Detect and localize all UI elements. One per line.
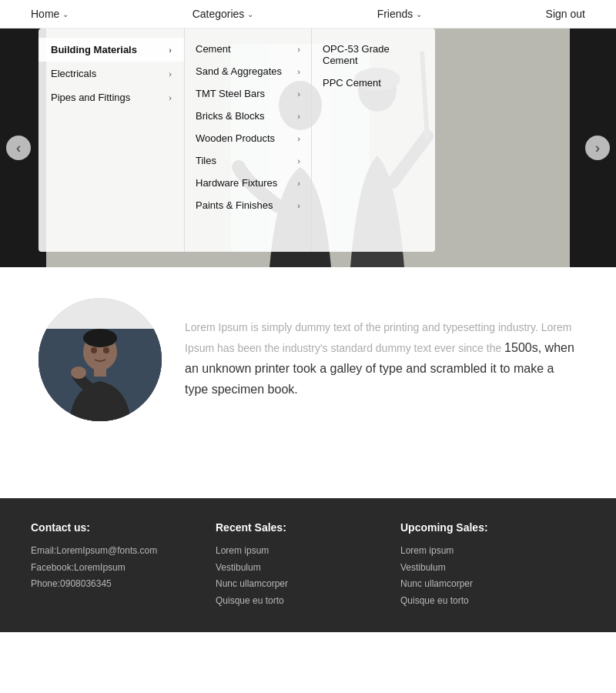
sidebar-item-electricals[interactable]: Electricals › [38, 62, 184, 85]
sidebar-item-building-materials[interactable]: Building Materials › [38, 38, 184, 62]
submenu-cement[interactable]: Cement › [185, 38, 311, 60]
footer-recent-sales: Recent Sales: Lorem ipsum Vestibulum Nun… [216, 521, 400, 609]
sidebar-item-pipes-fittings[interactable]: Pipes and Fittings › [38, 85, 184, 109]
building-materials-arrow-icon: › [169, 45, 172, 55]
submenu-tmt-steel[interactable]: TMT Steel Bars › [185, 82, 311, 105]
recent-item-0[interactable]: Lorem ipsum [216, 543, 400, 560]
submenu-hardware-fixtures[interactable]: Hardware Fixtures › [185, 172, 311, 194]
nav-signout[interactable]: Sign out [546, 8, 585, 20]
subcategory-col2: Cement › Sand & Aggregates › TMT Steel B… [185, 28, 312, 252]
cement-arrow-icon: › [297, 45, 300, 54]
recent-item-2[interactable]: Nunc ullamcorper [216, 576, 400, 593]
submenu-wooden-products[interactable]: Wooden Products › [185, 127, 311, 149]
dropdown-menu: Building Materials › Electricals › Pipes… [38, 28, 435, 252]
paints-finishes-arrow-icon: › [297, 201, 300, 210]
svg-point-14 [91, 347, 97, 353]
pipes-fittings-label: Pipes and Fittings [51, 92, 130, 103]
sand-aggregates-label: Sand & Aggregates [196, 65, 282, 77]
submenu-tiles[interactable]: Tiles › [185, 149, 311, 172]
nav-friends-label: Friends [377, 8, 413, 20]
carousel-prev-button[interactable]: ‹ [6, 136, 31, 160]
hardware-fixtures-arrow-icon: › [297, 179, 300, 188]
lorem-text-block: Lorem Ipsum is simply dummy text of the … [185, 319, 578, 400]
wooden-products-label: Wooden Products [196, 132, 275, 144]
recent-item-1[interactable]: Vestibulum [216, 560, 400, 577]
footer-contact: Contact us: Email:LoremIpsum@fonts.com F… [31, 521, 216, 609]
sand-aggregates-arrow-icon: › [297, 67, 300, 76]
submenu-bricks-blocks[interactable]: Bricks & Blocks › [185, 105, 311, 127]
footer-recent-title: Recent Sales: [216, 521, 400, 534]
building-materials-label: Building Materials [51, 44, 137, 55]
upcoming-item-2[interactable]: Nunc ullamcorper [400, 576, 585, 593]
pipes-fittings-arrow-icon: › [169, 93, 172, 102]
submenu-sand-aggregates[interactable]: Sand & Aggregates › [185, 60, 311, 82]
svg-point-15 [103, 347, 109, 353]
svg-point-13 [71, 367, 86, 379]
tmt-steel-label: TMT Steel Bars [196, 88, 265, 99]
footer-email: Email:LoremIpsum@fonts.com [31, 543, 216, 560]
content-section: Lorem Ipsum is simply dummy text of the … [0, 267, 616, 452]
recent-item-3[interactable]: Quisque eu torto [216, 593, 400, 610]
tiles-arrow-icon: › [297, 156, 300, 166]
nav-home-label: Home [31, 8, 59, 20]
upcoming-item-3[interactable]: Quisque eu torto [400, 593, 585, 610]
nav-friends[interactable]: Friends ⌄ [377, 8, 423, 20]
submenu-paints-finishes[interactable]: Paints & Finishes › [185, 194, 311, 216]
categories-chevron-icon: ⌄ [247, 10, 253, 18]
footer-contact-title: Contact us: [31, 521, 216, 534]
hero-section: Building Materials › Electricals › Pipes… [0, 28, 616, 267]
avatar-photo [38, 329, 162, 421]
friends-chevron-icon: ⌄ [416, 10, 422, 18]
nav-categories-label: Categories [192, 8, 245, 20]
bricks-blocks-arrow-icon: › [297, 112, 300, 121]
upcoming-item-0[interactable]: Lorem ipsum [400, 543, 585, 560]
hardware-fixtures-label: Hardware Fixtures [196, 177, 277, 189]
navigation: Home ⌄ Categories ⌄ Friends ⌄ Sign out [0, 0, 616, 28]
footer-upcoming-title: Upcoming Sales: [400, 521, 585, 534]
svg-point-16 [83, 329, 117, 347]
product-col3: OPC-53 Grade Cement PPC Cement [312, 28, 435, 252]
footer-facebook: Facebook:LoremIpsum [31, 560, 216, 577]
product-ppc[interactable]: PPC Cement [312, 72, 435, 94]
tmt-steel-arrow-icon: › [297, 89, 300, 99]
opc53-label: OPC-53 Grade Cement [323, 43, 390, 66]
upcoming-item-1[interactable]: Vestibulum [400, 560, 585, 577]
footer: Contact us: Email:LoremIpsum@fonts.com F… [0, 498, 616, 632]
electricals-arrow-icon: › [169, 69, 172, 79]
home-chevron-icon: ⌄ [62, 10, 69, 18]
bricks-blocks-label: Bricks & Blocks [196, 110, 265, 122]
ppc-label: PPC Cement [323, 77, 381, 89]
nav-categories[interactable]: Categories ⌄ [192, 8, 254, 20]
carousel-next-button[interactable]: › [585, 136, 610, 160]
product-opc53[interactable]: OPC-53 Grade Cement [312, 38, 435, 72]
paints-finishes-label: Paints & Finishes [196, 199, 273, 211]
category-col1: Building Materials › Electricals › Pipes… [38, 28, 185, 252]
electricals-label: Electricals [51, 68, 96, 79]
footer-phone: Phone:0908036345 [31, 576, 216, 593]
footer-upcoming-sales: Upcoming Sales: Lorem ipsum Vestibulum N… [400, 521, 585, 609]
wooden-products-arrow-icon: › [297, 134, 300, 143]
cement-label: Cement [196, 43, 231, 55]
avatar-container [38, 298, 162, 421]
svg-rect-12 [94, 367, 106, 377]
tiles-label: Tiles [196, 155, 216, 166]
nav-home[interactable]: Home ⌄ [31, 8, 69, 20]
